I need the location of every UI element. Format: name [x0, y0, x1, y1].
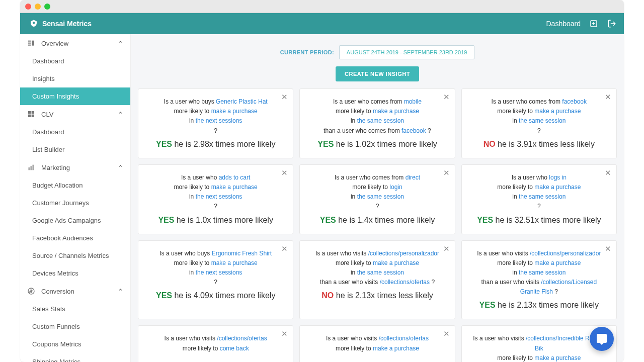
insight-card: ✕Is a user who visits /collections/perso…	[299, 240, 455, 320]
close-card-icon[interactable]: ✕	[443, 245, 450, 252]
conversion-icon	[27, 287, 35, 295]
sidebar-item-shipping[interactable]: Shipping Metrics	[20, 353, 130, 362]
brand: Sensai Metrics	[29, 19, 92, 28]
insight-result: YES he is 4.09x times more likely	[147, 291, 284, 300]
sidebar-item-fb-audiences[interactable]: Facebook Audiences	[20, 229, 130, 247]
brand-icon	[29, 19, 38, 28]
insight-question: Is a user who buys Ergonomic Fresh Shirt…	[147, 249, 284, 288]
window-titlebar	[20, 0, 624, 13]
sidebar-item-list-builder[interactable]: List Builder	[20, 141, 130, 158]
main-content: CURRENT PERIOD: AUGUST 24TH 2019 - SEPTE…	[131, 34, 624, 362]
chat-widget[interactable]	[590, 327, 614, 351]
insight-card: ✕Is a user who comes from directmore lik…	[299, 164, 455, 234]
overview-icon	[27, 39, 35, 47]
nav-section-clv[interactable]: CLV ⌃	[20, 105, 130, 123]
svg-rect-12	[33, 165, 34, 170]
external-icon[interactable]	[589, 19, 599, 29]
insight-result: YES he is 2.98x times more likely	[147, 140, 284, 149]
insight-result: YES he is 1.0x times more likely	[147, 216, 284, 225]
sidebar-item-dashboard[interactable]: Dashboard	[20, 52, 130, 70]
insight-question: Is a user who buys Generic Plastic Hatmo…	[147, 97, 284, 136]
insight-result: NO he is 3.91x times less likely	[471, 140, 607, 149]
svg-rect-2	[28, 41, 31, 42]
chevron-up-icon: ⌃	[118, 111, 123, 118]
insight-question: Is a user who visits /collections/person…	[471, 249, 607, 297]
insight-result: YES he is 1.02x times more likely	[309, 140, 445, 149]
insight-question: Is a user who comes from directmore like…	[309, 173, 445, 212]
insight-card: ✕Is a user who logs inmore likely to mak…	[461, 164, 617, 234]
close-card-icon[interactable]: ✕	[443, 169, 450, 176]
svg-rect-5	[32, 41, 34, 46]
insight-result: NO he is 2.13x times less likely	[309, 291, 445, 300]
brand-name: Sensai Metrics	[42, 20, 92, 28]
clv-icon	[27, 110, 35, 118]
chevron-up-icon: ⌃	[118, 40, 123, 47]
close-card-icon[interactable]: ✕	[443, 330, 450, 337]
insight-card: ✕Is a user who comes from mobilemore lik…	[299, 88, 455, 158]
insight-result: YES he is 1.4x times more likely	[309, 216, 445, 225]
sidebar-item-clv-dashboard[interactable]: Dashboard	[20, 123, 130, 141]
insight-question: Is a user who visits /collections/person…	[309, 249, 445, 288]
marketing-icon	[27, 163, 35, 171]
header-dashboard-link[interactable]: Dashboard	[546, 20, 581, 28]
sidebar-item-budget-allocation[interactable]: Budget Allocation	[20, 176, 130, 194]
insight-question: Is a user who comes from facebookmore li…	[471, 97, 607, 136]
insight-card: ✕Is a user who buys Ergonomic Fresh Shir…	[138, 240, 293, 320]
insight-question: Is a user who comes from mobilemore like…	[309, 97, 445, 136]
close-card-icon[interactable]: ✕	[605, 93, 611, 101]
close-card-icon[interactable]: ✕	[281, 330, 288, 337]
minimize-window-icon[interactable]	[35, 4, 41, 10]
nav-section-conversion[interactable]: Conversion ⌃	[20, 282, 130, 300]
close-card-icon[interactable]: ✕	[281, 169, 288, 176]
close-card-icon[interactable]: ✕	[443, 93, 450, 101]
svg-rect-11	[31, 166, 32, 170]
insight-question: Is a user who visits /collections/oferta…	[309, 334, 445, 353]
sidebar-item-insights[interactable]: Insights	[20, 70, 130, 87]
period-select[interactable]: AUGUST 24TH 2019 - SEPTEMBER 23RD 2019	[339, 45, 474, 59]
close-card-icon[interactable]: ✕	[605, 169, 611, 176]
svg-point-0	[33, 22, 35, 24]
period-label: CURRENT PERIOD:	[280, 49, 334, 55]
sidebar: Overview ⌃ Dashboard Insights Custom Ins…	[20, 34, 131, 362]
insight-card: ✕Is a user who visits /collections/ofert…	[299, 325, 455, 362]
sidebar-item-custom-insights[interactable]: Custom Insights	[20, 87, 130, 105]
close-window-icon[interactable]	[25, 4, 31, 10]
sidebar-item-source-channels[interactable]: Source / Channels Metrics	[20, 247, 130, 264]
svg-rect-7	[32, 111, 34, 114]
chevron-up-icon: ⌃	[118, 164, 123, 171]
close-card-icon[interactable]: ✕	[281, 245, 288, 252]
insight-question: Is a user who logs inmore likely to make…	[471, 173, 607, 212]
svg-rect-9	[32, 115, 34, 117]
close-card-icon[interactable]: ✕	[281, 93, 288, 101]
sidebar-item-coupons[interactable]: Coupons Metrics	[20, 335, 130, 353]
maximize-window-icon[interactable]	[44, 4, 50, 10]
insight-card: ✕Is a user who buys Generic Plastic Hatm…	[138, 88, 293, 158]
sidebar-item-custom-funnels[interactable]: Custom Funnels	[20, 318, 130, 335]
svg-rect-4	[28, 45, 31, 46]
insight-card: ✕Is a user who comes from facebookmore l…	[461, 88, 617, 158]
close-card-icon[interactable]: ✕	[605, 245, 611, 252]
sidebar-item-devices[interactable]: Devices Metrics	[20, 264, 130, 282]
insight-card: ✕Is a user who visits /collections/perso…	[461, 240, 617, 320]
insight-question: Is a user who visits /collections/oferta…	[147, 334, 284, 353]
nav-section-overview[interactable]: Overview ⌃	[20, 34, 130, 52]
sidebar-item-google-ads[interactable]: Google Ads Campaigns	[20, 212, 130, 229]
insight-result: YES he is 2.13x times more likely	[471, 301, 607, 310]
insight-card: ✕Is a user who visits /collections/ofert…	[138, 325, 293, 362]
nav-section-marketing[interactable]: Marketing ⌃	[20, 158, 130, 176]
insight-question: Is a user who adds to cartmore likely to…	[147, 173, 284, 212]
insight-result: YES he is 32.51x times more likely	[471, 216, 607, 225]
svg-rect-3	[28, 43, 31, 44]
svg-rect-10	[29, 167, 30, 170]
sidebar-item-sales-stats[interactable]: Sales Stats	[20, 300, 130, 318]
logout-icon[interactable]	[607, 19, 617, 29]
insight-question: Is a user who visits /collections/Incred…	[471, 334, 607, 362]
create-insight-button[interactable]: CREATE NEW INSIGHT	[336, 66, 419, 81]
app-header: Sensai Metrics Dashboard	[20, 13, 624, 34]
insight-card: ✕Is a user who adds to cartmore likely t…	[138, 164, 293, 234]
svg-rect-8	[28, 115, 31, 117]
chevron-up-icon: ⌃	[118, 288, 123, 295]
sidebar-item-customer-journeys[interactable]: Customer Journeys	[20, 194, 130, 212]
svg-rect-6	[28, 111, 31, 114]
